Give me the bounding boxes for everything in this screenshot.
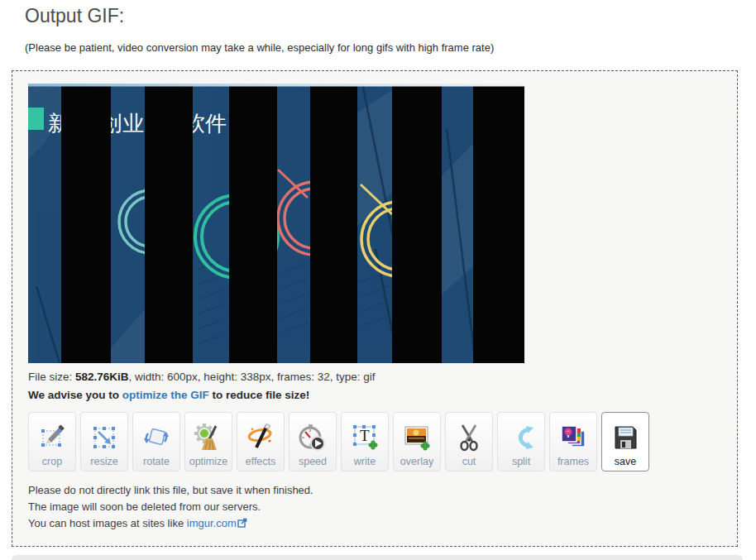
rotate-button-label: rotate [143, 456, 170, 467]
conversion-note: (Please be patient, video conversion may… [25, 41, 756, 54]
crop-button[interactable]: crop [28, 412, 76, 471]
svg-text:T: T [360, 427, 370, 444]
split-button[interactable]: split [497, 412, 545, 471]
note-no-direct-link: Please do not directly link this file, b… [28, 484, 737, 498]
effects-button[interactable]: effects [237, 412, 285, 471]
accent-square [28, 108, 44, 130]
advise-prefix: We advise you to [28, 389, 122, 401]
frames-button-label: frames [557, 456, 589, 467]
file-size-label: File size: [28, 371, 75, 383]
effects-icon [246, 420, 275, 455]
advise-suffix: to reduce file size! [209, 389, 310, 401]
file-details: , width: 600px, height: 338px, frames: 3… [129, 371, 376, 383]
overlay-icon [402, 420, 432, 455]
speed-button[interactable]: speed [289, 412, 337, 471]
optimize-gif-link[interactable]: optimize the GIF [122, 389, 209, 401]
advise-line: We advise you to optimize the GIF to red… [28, 389, 737, 401]
output-panel: 新手 创业者 软件 [12, 70, 738, 547]
external-link-icon [237, 518, 247, 528]
page-title: Output GIF: [25, 5, 756, 27]
optimize-icon [194, 420, 223, 455]
frames-icon [558, 420, 588, 455]
note-hosting: You can host images at sites like imgur.… [28, 517, 737, 531]
write-icon: T [350, 420, 380, 455]
optimize-button[interactable]: optimize [184, 412, 232, 471]
cut-icon [454, 420, 484, 455]
note-deletion: The image will soon be deleted from our … [28, 500, 737, 515]
split-icon [506, 420, 536, 455]
file-info: File size: 582.76KiB, width: 600px, heig… [28, 371, 737, 383]
imgur-link[interactable]: imgur.com [187, 517, 237, 529]
resize-button[interactable]: resize [80, 412, 128, 471]
split-button-label: split [512, 456, 530, 467]
cut-button[interactable]: cut [445, 412, 493, 471]
overlay-button[interactable]: overlay [393, 412, 441, 471]
optimize-button-label: optimize [189, 456, 228, 467]
speed-icon [298, 420, 328, 455]
resize-button-label: resize [90, 456, 117, 467]
crop-icon [37, 420, 67, 455]
resize-icon [89, 420, 119, 455]
note-hosting-text: You can host images at sites like [28, 517, 187, 529]
file-size-value: 582.76KiB [75, 371, 129, 383]
gif-toolbar: crop resize [28, 412, 737, 471]
cut-button-label: cut [462, 456, 476, 467]
rotate-button[interactable]: rotate [132, 412, 180, 471]
next-section-bar [12, 555, 743, 560]
write-button-label: write [354, 456, 376, 467]
preview-top-edge [28, 84, 524, 87]
write-button[interactable]: T write [341, 412, 389, 471]
effects-button-label: effects [246, 456, 276, 467]
overlay-button-label: overlay [400, 456, 433, 467]
save-icon [610, 420, 640, 455]
speed-button-label: speed [299, 456, 327, 467]
rotate-icon [141, 420, 171, 455]
gif-preview-image: 新手 创业者 软件 [28, 84, 524, 363]
frames-button[interactable]: frames [549, 412, 597, 471]
save-button[interactable]: save [601, 412, 649, 471]
save-button-label: save [615, 456, 636, 467]
footer-notes: Please do not directly link this file, b… [28, 484, 737, 531]
crop-button-label: crop [42, 456, 62, 467]
